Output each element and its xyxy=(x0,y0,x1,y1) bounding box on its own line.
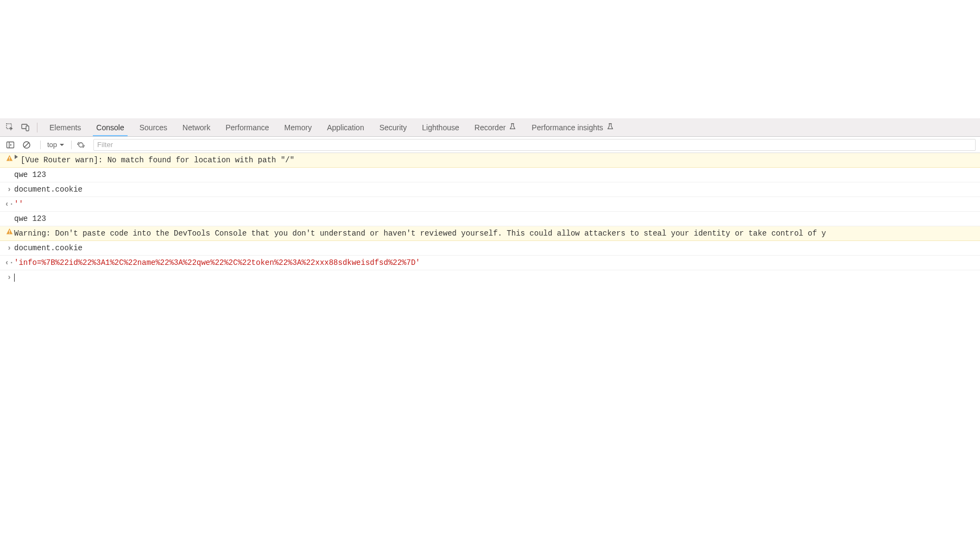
svg-rect-2 xyxy=(26,126,29,131)
output-chevron-icon: ‹· xyxy=(4,257,14,268)
expand-icon[interactable] xyxy=(14,155,20,159)
page-content-area xyxy=(0,0,980,118)
context-selector[interactable]: top xyxy=(44,141,68,149)
tabs-container: Elements Console Sources Network Perform… xyxy=(42,118,622,136)
svg-line-6 xyxy=(24,142,29,147)
tab-label: Recorder xyxy=(475,123,506,132)
console-text: qwe 123 xyxy=(14,213,976,224)
tab-label: Sources xyxy=(140,123,167,132)
sidebar-toggle-icon[interactable] xyxy=(4,139,16,151)
tab-label: Memory xyxy=(284,123,312,132)
console-input-row[interactable]: › document.cookie xyxy=(0,241,980,256)
console-text: 'info=%7B%22id%22%3A1%2C%22name%22%3A%22… xyxy=(14,257,976,268)
tab-application[interactable]: Application xyxy=(319,118,372,136)
filter-input[interactable] xyxy=(93,139,976,151)
console-prompt-row[interactable]: › xyxy=(0,270,980,284)
tab-performance-insights[interactable]: Performance insights xyxy=(524,118,622,136)
live-expression-icon[interactable] xyxy=(75,139,87,151)
svg-rect-11 xyxy=(9,233,9,233)
console-text: document.cookie xyxy=(14,243,976,253)
console-warning-row[interactable]: Warning: Don't paste code into the DevTo… xyxy=(0,226,980,241)
warning-icon xyxy=(4,155,14,162)
console-output: [Vue Router warn]: No match found for lo… xyxy=(0,153,980,284)
divider xyxy=(37,123,37,132)
tab-memory[interactable]: Memory xyxy=(277,118,320,136)
console-text: qwe 123 xyxy=(14,169,976,180)
context-label: top xyxy=(47,141,57,149)
tab-label: Security xyxy=(380,123,407,132)
console-warning-row[interactable]: [Vue Router warn]: No match found for lo… xyxy=(0,153,980,168)
tab-label: Network xyxy=(182,123,210,132)
console-text: Warning: Don't paste code into the DevTo… xyxy=(14,228,976,239)
console-toolbar: top xyxy=(0,137,980,153)
experimental-icon xyxy=(509,123,516,132)
output-chevron-icon: ‹· xyxy=(4,199,14,210)
tab-label: Console xyxy=(96,123,124,132)
console-text: document.cookie xyxy=(14,184,976,195)
cursor-icon xyxy=(14,274,15,282)
tab-recorder[interactable]: Recorder xyxy=(467,118,524,136)
divider xyxy=(71,141,72,149)
experimental-icon xyxy=(606,123,614,132)
tab-performance[interactable]: Performance xyxy=(218,118,276,136)
console-prompt[interactable] xyxy=(14,272,976,283)
tab-label: Performance xyxy=(225,123,269,132)
svg-rect-8 xyxy=(9,157,9,159)
devtools-tabs-bar: Elements Console Sources Network Perform… xyxy=(0,118,980,137)
console-output-row[interactable]: ‹· '' xyxy=(0,197,980,212)
input-chevron-icon: › xyxy=(4,184,14,195)
console-output-row[interactable]: ‹· 'info=%7B%22id%22%3A1%2C%22name%22%3A… xyxy=(0,256,980,270)
tab-security[interactable]: Security xyxy=(372,118,415,136)
tab-elements[interactable]: Elements xyxy=(42,118,88,136)
tab-label: Elements xyxy=(49,123,81,132)
svg-rect-9 xyxy=(9,160,9,160)
tab-label: Performance insights xyxy=(532,123,603,132)
input-chevron-icon: › xyxy=(4,243,14,253)
console-text: '' xyxy=(14,199,976,210)
tab-label: Lighthouse xyxy=(422,123,459,132)
tab-sources[interactable]: Sources xyxy=(132,118,175,136)
tab-lighthouse[interactable]: Lighthouse xyxy=(414,118,467,136)
input-chevron-icon: › xyxy=(4,272,14,283)
console-log-row[interactable]: qwe 123 xyxy=(0,212,980,226)
tab-network[interactable]: Network xyxy=(175,118,218,136)
tab-console[interactable]: Console xyxy=(88,118,131,136)
inspect-element-icon[interactable] xyxy=(4,122,16,134)
tab-label: Application xyxy=(327,123,364,132)
svg-point-7 xyxy=(79,143,83,147)
console-input-row[interactable]: › document.cookie xyxy=(0,182,980,197)
svg-rect-10 xyxy=(9,230,9,232)
divider xyxy=(40,141,41,149)
device-toolbar-icon[interactable] xyxy=(20,122,31,134)
warning-icon xyxy=(4,228,14,235)
console-log-row[interactable]: qwe 123 xyxy=(0,168,980,182)
console-text: [Vue Router warn]: No match found for lo… xyxy=(21,155,976,166)
clear-console-icon[interactable] xyxy=(21,139,33,151)
